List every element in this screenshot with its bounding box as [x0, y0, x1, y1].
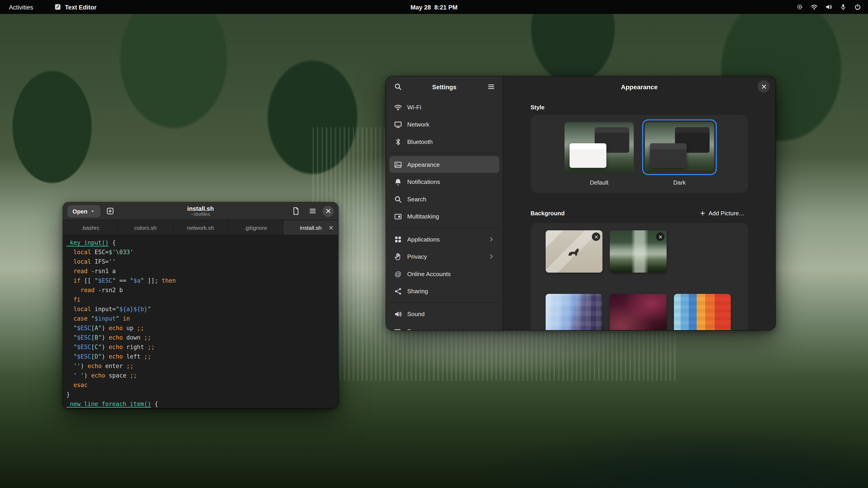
- power-icon[interactable]: [854, 3, 861, 11]
- sidebar-item-bluetooth[interactable]: Bluetooth: [390, 133, 499, 150]
- code-area[interactable]: _key_input() { local ESC=$'\033' local I…: [63, 235, 338, 408]
- settings-window: Settings Wi-FiNetworkBluetoothAppearance…: [386, 76, 776, 330]
- sidebar-item-label: Power: [407, 328, 425, 330]
- wifi-icon[interactable]: [811, 3, 818, 11]
- add-picture-button[interactable]: Add Picture…: [696, 207, 748, 219]
- tab-label: .bashrc: [81, 224, 99, 230]
- window-title: install.sh ~/dotfiles: [187, 205, 214, 217]
- sidebar-item-online-accounts[interactable]: @Online Accounts: [390, 265, 499, 282]
- background-thumbnail-split-teal-orange[interactable]: [674, 294, 731, 330]
- sidebar-item-applications[interactable]: Applications: [390, 231, 499, 248]
- new-tab-icon: [106, 207, 115, 215]
- horse-art-icon: [564, 243, 584, 260]
- battery-icon: [394, 327, 402, 330]
- sidebar-item-sharing[interactable]: Sharing: [390, 283, 499, 299]
- tab-install-sh[interactable]: install.sh: [283, 220, 338, 235]
- main-menu-button[interactable]: [306, 204, 319, 218]
- search-icon: [394, 83, 402, 91]
- sidebar-item-label: Privacy: [407, 253, 427, 260]
- sidebar-item-privacy[interactable]: Privacy: [390, 248, 499, 265]
- code-line: local ESC=$'\033': [66, 248, 338, 257]
- appearance-panel: Appearance Style DefaultDark Background …: [503, 76, 775, 330]
- tab-close-icon[interactable]: [328, 224, 336, 232]
- speaker-icon: [394, 310, 402, 318]
- activities-button[interactable]: Activities: [7, 2, 35, 12]
- sidebar-separator: [391, 302, 498, 303]
- tab-network-sh[interactable]: network.sh: [174, 220, 228, 235]
- focused-app-indicator[interactable]: Text Editor: [54, 3, 96, 11]
- code-line: "$ESC[B") echo down ;;: [66, 333, 338, 342]
- panel-title: Appearance: [621, 84, 657, 90]
- settings-search-button[interactable]: [391, 80, 404, 93]
- settings-close-button[interactable]: [757, 80, 770, 92]
- remove-background-button[interactable]: [656, 232, 664, 241]
- microphone-icon[interactable]: [839, 3, 847, 11]
- share-icon: [394, 287, 402, 295]
- style-preview-default[interactable]: [565, 122, 634, 172]
- sidebar-item-search[interactable]: Search: [390, 191, 499, 207]
- sidebar-item-label: Appearance: [407, 161, 440, 168]
- tab-bar: .bashrccolors.shnetwork.sh.gitignoreinst…: [63, 220, 338, 235]
- style-option-label: Default: [565, 179, 634, 186]
- tab-colors-sh[interactable]: colors.sh: [118, 220, 174, 235]
- code-line: '') echo enter ;;: [66, 361, 338, 371]
- chevron-right-icon: [488, 253, 495, 260]
- background-thumbnail-gradient-maroon[interactable]: [610, 294, 666, 330]
- background-thumbnail-light-horse-wallpaper[interactable]: [546, 230, 602, 273]
- volume-icon[interactable]: [825, 3, 832, 11]
- settings-title: Settings: [432, 84, 456, 90]
- settings-menu-button[interactable]: [484, 80, 498, 93]
- new-tab-button[interactable]: [104, 204, 117, 218]
- style-card: DefaultDark: [530, 115, 748, 193]
- top-bar: Activities Text Editor May 28 8:21 PM: [0, 0, 868, 14]
- style-heading: Style: [530, 104, 748, 110]
- code-line: local input="${a}${b}": [66, 304, 338, 314]
- tab-gitignore[interactable]: .gitignore: [228, 220, 283, 235]
- style-preview-dark[interactable]: [645, 122, 714, 172]
- code-line: fi: [66, 295, 338, 304]
- sidebar-item-power[interactable]: Power: [390, 323, 499, 330]
- sidebar-item-multitasking[interactable]: Multitasking: [390, 208, 499, 225]
- sidebar-item-label: Applications: [407, 236, 440, 242]
- sidebar-item-label: Sharing: [407, 288, 428, 294]
- appearance-icon: [394, 160, 402, 169]
- code-line: "$ESC[D") echo left ;;: [66, 352, 338, 361]
- preset-backgrounds: [546, 294, 733, 330]
- plus-icon: [700, 210, 706, 216]
- code-line: _new_line_foreach_item() {: [66, 399, 338, 408]
- close-icon: [761, 84, 767, 90]
- document-properties-button[interactable]: [289, 204, 302, 218]
- sidebar-item-network[interactable]: Network: [390, 116, 499, 133]
- remove-background-button[interactable]: [592, 232, 600, 241]
- settings-gear-icon[interactable]: [796, 3, 803, 11]
- editor-close-button[interactable]: [322, 205, 333, 217]
- style-option-default[interactable]: Default: [565, 122, 634, 186]
- sidebar-item-label: Sound: [407, 311, 425, 318]
- chevron-right-icon: [488, 236, 495, 242]
- settings-sidebar: Settings Wi-FiNetworkBluetoothAppearance…: [386, 76, 503, 330]
- clock[interactable]: May 28 8:21 PM: [410, 4, 458, 10]
- open-button[interactable]: Open: [68, 205, 100, 217]
- code-line: local IFS='': [66, 257, 338, 267]
- style-option-dark[interactable]: Dark: [645, 122, 714, 186]
- sidebar-separator: [391, 228, 498, 228]
- code-line: read -rsn1 a: [66, 267, 338, 276]
- background-card: [530, 223, 748, 330]
- sidebar-item-notifications[interactable]: Notifications: [390, 173, 499, 190]
- background-thumbnail-mosaic-blue-purple[interactable]: [546, 294, 602, 330]
- code-line: read -rsn2 b: [66, 286, 338, 295]
- tab-label: network.sh: [187, 224, 214, 230]
- background-heading: Background: [530, 210, 565, 217]
- background-thumbnail-forest-waterfall-wallpaper[interactable]: [610, 230, 666, 273]
- tab-bashrc[interactable]: .bashrc: [63, 220, 118, 235]
- sidebar-item-label: Network: [407, 121, 430, 128]
- code-line: if [[ "$ESC" == "$a" ]]; then: [66, 276, 338, 286]
- document-icon: [291, 207, 300, 215]
- bell-icon: [394, 177, 402, 186]
- sidebar-item-sound[interactable]: Sound: [390, 305, 499, 322]
- sidebar-item-wi-fi[interactable]: Wi-Fi: [390, 99, 499, 116]
- text-editor-window: Open install.sh ~/dotfiles: [63, 202, 338, 408]
- editor-headerbar: Open install.sh ~/dotfiles: [63, 202, 338, 220]
- sidebar-item-appearance[interactable]: Appearance: [390, 156, 499, 173]
- system-tray[interactable]: [796, 3, 862, 11]
